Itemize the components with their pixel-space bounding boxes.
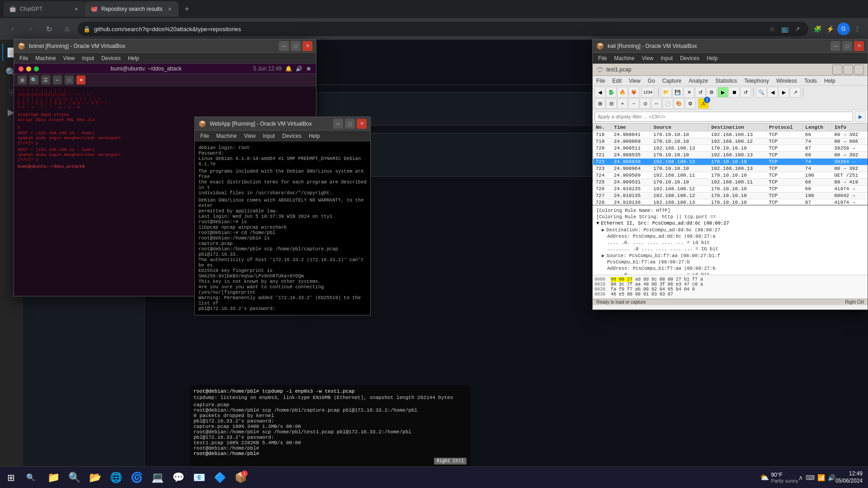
ws-restart-capture[interactable]: ↺ <box>740 87 751 98</box>
ws-detail-src-lg[interactable]: .... .0. .... .... .... ... = LG bit <box>594 272 866 275</box>
vbox-webapp-menu-devices[interactable]: Devices <box>278 131 305 141</box>
ws-packet-row-9[interactable]: 72724.910135192.168.100.12170.10.10.10TC… <box>593 192 868 199</box>
keyboard-icon[interactable]: ⌨ <box>806 474 815 481</box>
ws-menu-telephony[interactable]: Telephony <box>741 78 773 84</box>
taskbar-chrome[interactable]: 🌐 <box>106 468 126 488</box>
vbox-botnet-menu-input[interactable]: Input <box>79 53 98 64</box>
taskbar-box[interactable]: 📦 1 <box>231 468 250 488</box>
vbox-webapp-menu-file[interactable]: File <box>197 131 212 141</box>
taskbar-search-app[interactable]: 🔍 <box>64 468 84 488</box>
vbox-kali-close[interactable]: ✕ <box>854 41 864 51</box>
wifi-icon[interactable]: 📶 <box>817 474 825 481</box>
home-button[interactable]: ⌂ <box>60 22 74 36</box>
ws-close-btn[interactable]: ✕ <box>684 87 694 98</box>
bookmark-icon[interactable]: ☆ <box>767 23 778 34</box>
tb-maximize[interactable]: □ <box>65 75 74 84</box>
ws-find-btn[interactable]: 🔍 <box>756 87 767 98</box>
ws-next-btn[interactable]: ▶ <box>778 87 789 98</box>
ws-packet-row-8[interactable]: 72624.910135192.168.100.12170.10.10.10TC… <box>593 186 868 192</box>
vbox-kali-minimize[interactable]: ─ <box>830 41 840 51</box>
taskbar-whatsapp[interactable]: 💬 <box>168 468 188 488</box>
vbox-kali-menu-input[interactable]: Input <box>657 53 677 64</box>
ws-monitor-btn[interactable]: 1234 <box>642 87 654 98</box>
reload-button[interactable]: ↻ <box>42 22 56 36</box>
vbox-botnet-menu-machine[interactable]: Machine <box>32 53 59 64</box>
ubuntu-maximize-dot[interactable] <box>34 66 39 71</box>
ws-menu-go[interactable]: Go <box>644 78 659 84</box>
ws-packet-row-1[interactable]: 71924.908068170.10.10.10192.168.100.12TC… <box>593 138 868 145</box>
github-tab-close[interactable]: ✕ <box>166 5 173 13</box>
taskbar-vscode[interactable]: 🌀 <box>127 468 146 488</box>
cast-icon[interactable]: 📺 <box>779 23 790 34</box>
vbox-kali-menu-file[interactable]: File <box>594 53 610 64</box>
ws-fox-btn[interactable]: 🦊 <box>628 87 639 98</box>
ws-reload-btn[interactable]: ↺ <box>695 87 706 98</box>
taskbar-search-button[interactable]: 🔍 <box>22 469 40 487</box>
tb-close[interactable]: ✕ <box>76 75 85 84</box>
ws-detail-coloring-rule[interactable]: [Coloring Rule String: http || tcp.port … <box>594 214 866 220</box>
ws-stop-capture[interactable]: ⏹ <box>729 87 740 98</box>
ws-menu-tools[interactable]: Tools <box>801 78 821 84</box>
tab-chatgpt[interactable]: 🤖 ChatGPT ✕ <box>4 1 85 17</box>
ubuntu-close-dot[interactable] <box>19 66 24 71</box>
ws-menu-view[interactable]: View <box>625 78 644 84</box>
ws-detail-dest-addr[interactable]: Address: PcsCompu_ad:dd:6c (08:00:27:a <box>594 233 866 239</box>
vbox-webapp-close[interactable]: ✕ <box>357 119 367 129</box>
ws-menu-analyze[interactable]: Analyze <box>685 78 712 84</box>
forward-button[interactable]: › <box>24 22 38 36</box>
back-button[interactable]: ‹ <box>5 22 20 36</box>
tab-github[interactable]: 🐙 Repository search results ✕ <box>85 1 179 17</box>
taskbar-edge[interactable]: 📧 <box>189 468 209 488</box>
ws-menu-help[interactable]: Help <box>821 78 839 84</box>
vbox-webapp-minimize[interactable]: ─ <box>333 119 343 129</box>
ws-filter-apply[interactable]: ▶ <box>855 111 866 122</box>
ws-zoom-out[interactable]: − <box>628 98 639 109</box>
ws-detail-coloring-name[interactable]: [Coloring Rule Name: HTTP] <box>594 207 866 214</box>
ubuntu-minimize-dot[interactable] <box>26 66 31 71</box>
tb-new-tab[interactable]: ⊞ <box>18 75 27 84</box>
vbox-botnet-close[interactable]: ✕ <box>302 41 312 51</box>
ws-menu-wireless[interactable]: Wireless <box>773 78 801 84</box>
tb-menu[interactable]: ☰ <box>41 75 50 84</box>
ws-collapse-all[interactable]: ⊟ <box>606 98 617 109</box>
ws-colorize[interactable]: 🎨 <box>674 98 684 109</box>
ws-capture-opts[interactable]: ⚙ <box>706 87 717 98</box>
ws-close[interactable]: ✕ <box>854 65 864 75</box>
vbox-kali-menu-devices[interactable]: Devices <box>676 53 703 64</box>
taskbar-diamond[interactable]: 🔷 <box>210 468 230 488</box>
ws-dragon-btn[interactable]: 🐉 <box>606 87 617 98</box>
ws-filter-input[interactable] <box>594 112 853 122</box>
vbox-webapp-menu-input[interactable]: Input <box>259 131 279 141</box>
ws-menu-capture[interactable]: Capture <box>659 78 685 84</box>
extensions-icon[interactable]: 🧩 <box>812 23 823 34</box>
ws-open-btn[interactable]: 📂 <box>661 87 672 98</box>
vbox-webapp-menu-help[interactable]: Help <box>305 131 324 141</box>
ws-zoom-in[interactable]: + <box>617 98 628 109</box>
taskbar-files[interactable]: 📂 <box>85 468 105 488</box>
vbox-botnet-menu-view[interactable]: View <box>60 53 79 64</box>
ws-detail-ethernet[interactable]: ▼Ethernet II, Src: PcsCompu_ad:dd:6c (08… <box>594 220 866 226</box>
ws-flame-btn[interactable]: 🔥 <box>617 87 628 98</box>
ws-save-btn[interactable]: 💾 <box>672 87 683 98</box>
ws-jump-btn[interactable]: ↗ <box>790 87 801 98</box>
ws-prefs[interactable]: ⚙ <box>685 98 696 109</box>
volume-icon[interactable]: 🔊 <box>828 474 835 481</box>
vbox-botnet-maximize[interactable]: □ <box>291 41 301 51</box>
ws-notif-btn[interactable]: ⚠ 2 <box>698 98 709 109</box>
ws-resize-cols[interactable]: ↔ <box>651 98 662 109</box>
vbox-webapp-maximize[interactable]: □ <box>345 119 355 129</box>
ws-minimize[interactable]: ─ <box>832 65 842 75</box>
address-bar[interactable]: 🔒 github.com/search?q=ddos%20attack&type… <box>78 22 808 36</box>
ws-menu-statistics[interactable]: Statistics <box>712 78 741 84</box>
start-button[interactable]: ⊞ <box>0 467 22 488</box>
chatgpt-tab-close[interactable]: ✕ <box>72 5 80 13</box>
ws-detail-dest[interactable]: ▶Destination: PcsCompu_ad:dd:6c (08:00:2… <box>594 226 866 233</box>
settings-icon[interactable]: ⋮ <box>852 23 863 34</box>
ws-timestamps[interactable]: 🕐 <box>662 98 673 109</box>
ws-maximize[interactable]: □ <box>843 65 853 75</box>
ws-detail-src[interactable]: ▶Source: PcsCompu_b1:f7:aa (08:00:27:b1:… <box>594 252 866 259</box>
tb-minimize[interactable]: ─ <box>53 75 62 84</box>
vbox-kali-menu-machine[interactable]: Machine <box>610 53 638 64</box>
taskbar-terminal[interactable]: 💻 <box>147 468 167 488</box>
ws-menu-file[interactable]: File <box>593 78 609 84</box>
